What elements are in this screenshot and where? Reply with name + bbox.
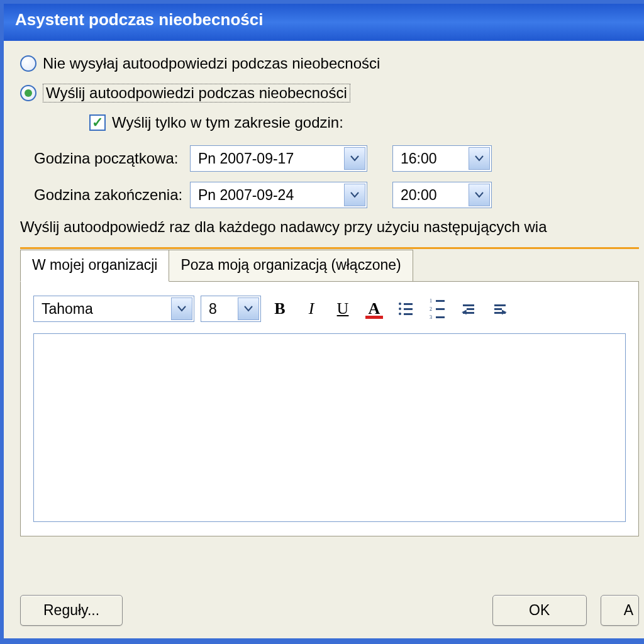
radio-icon [20, 85, 36, 101]
tab-outside-org[interactable]: Poza moją organizacją (włączone) [169, 250, 413, 282]
chevron-down-icon[interactable] [238, 297, 259, 320]
font-family-value: Tahoma [42, 301, 93, 318]
range-checkbox-row[interactable]: ✓ Wyślij tylko w tym zakresie godzin: [89, 114, 639, 131]
chevron-down-icon[interactable] [469, 184, 490, 206]
decrease-indent-icon: ◀ [463, 304, 474, 314]
checkmark-icon: ✓ [92, 114, 103, 131]
end-date-value: Pn 2007-09-24 [198, 187, 294, 204]
instruction-text: Wyślij autoodpowiedź raz dla każdego nad… [20, 218, 639, 236]
start-time-value: 16:00 [401, 150, 437, 167]
start-date-value: Pn 2007-09-17 [198, 150, 294, 167]
numbered-list-button[interactable]: 1 2 3 [425, 296, 450, 321]
message-body-editor[interactable] [33, 333, 626, 522]
font-family-combo[interactable]: Tahoma [33, 296, 194, 322]
start-time-combo[interactable]: 16:00 [392, 145, 492, 172]
bullet-list-icon [399, 303, 413, 315]
radio-icon [20, 55, 36, 72]
tab-strip: W mojej organizacji Poza moją organizacj… [20, 249, 639, 281]
chevron-down-icon[interactable] [344, 184, 365, 206]
tab-inside-org[interactable]: W mojej organizacji [20, 250, 169, 282]
radio-send[interactable]: Wyślij autoodpowiedzi podczas nieobecnoś… [20, 84, 639, 103]
chevron-down-icon[interactable] [171, 297, 192, 320]
rules-button[interactable]: Reguły... [20, 595, 123, 626]
editor-toolbar: Tahoma 8 B I U A [33, 296, 626, 322]
end-time-value: 20:00 [401, 187, 437, 204]
font-size-value: 8 [209, 301, 217, 318]
checkbox-icon: ✓ [89, 114, 106, 131]
ok-button[interactable]: OK [492, 595, 587, 626]
window-title: Asystent podczas nieobecności [4, 4, 644, 41]
numbered-list-icon: 1 2 3 [430, 298, 445, 320]
range-checkbox-label: Wyślij tylko w tym zakresie godzin: [112, 114, 343, 131]
end-time-label: Godzina zakończenia: [34, 186, 190, 204]
increase-indent-button[interactable]: ▶ [487, 296, 513, 321]
italic-button[interactable]: I [299, 296, 324, 321]
start-date-combo[interactable]: Pn 2007-09-17 [190, 145, 367, 172]
radio-do-not-send[interactable]: Nie wysyłaj autoodpowiedzi podczas nieob… [20, 55, 639, 72]
radio-label: Nie wysyłaj autoodpowiedzi podczas nieob… [43, 55, 380, 72]
end-date-combo[interactable]: Pn 2007-09-24 [190, 182, 367, 208]
font-size-combo[interactable]: 8 [201, 296, 261, 322]
chevron-down-icon[interactable] [344, 147, 365, 170]
radio-label: Wyślij autoodpowiedzi podczas nieobecnoś… [43, 84, 350, 103]
dialog-body: Nie wysyłaj autoodpowiedzi podczas nieob… [4, 41, 644, 638]
font-color-button[interactable]: A [362, 296, 387, 321]
editor-panel: Tahoma 8 B I U A [20, 281, 639, 536]
color-bar-icon [365, 316, 383, 319]
cancel-button[interactable]: A [601, 595, 639, 626]
end-time-combo[interactable]: 20:00 [392, 182, 492, 208]
bold-button[interactable]: B [267, 296, 292, 321]
chevron-down-icon[interactable] [469, 147, 490, 170]
start-time-label: Godzina początkowa: [34, 150, 190, 167]
bullet-list-button[interactable] [393, 296, 418, 321]
underline-button[interactable]: U [330, 296, 355, 321]
increase-indent-icon: ▶ [494, 304, 506, 314]
radio-dot-icon [25, 89, 32, 97]
decrease-indent-button[interactable]: ◀ [456, 296, 481, 321]
